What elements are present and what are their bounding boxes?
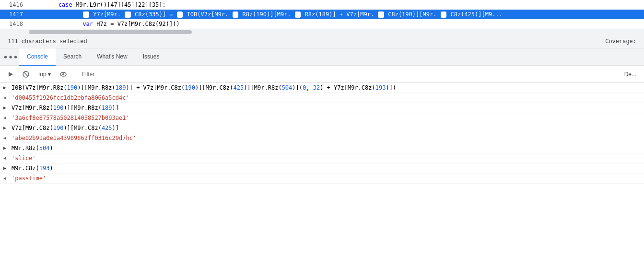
tab-whats-new[interactable]: What's New — [89, 48, 135, 66]
code-line-1418: 1418 var H7z = V7z[M9r.C8z(92)]() — [0, 19, 644, 29]
pill-r8z1: ▶ — [233, 12, 239, 18]
entry-arrow-5: ▶ — [0, 124, 10, 131]
code-editor: 1416 case M9r.L9r()[47][45][22][35]: 141… — [0, 0, 644, 29]
entry-arrow-6: ◀ — [0, 134, 10, 141]
tab-console-label: Console — [27, 53, 48, 60]
eye-icon — [59, 70, 67, 78]
code-line-1416: 1416 case M9r.L9r()[47][45][22][35]: — [0, 0, 644, 10]
tab-whats-new-label: What's New — [97, 53, 128, 60]
entry-arrow-10: ◀ — [0, 174, 10, 181]
line-number-1418: 1418 — [0, 21, 29, 27]
coverage-status: Coverage: — [605, 38, 636, 45]
keyword-var: var — [82, 21, 93, 27]
tabs-menu-button[interactable] — [4, 50, 17, 64]
pill-i0b: ▶ — [177, 12, 183, 18]
status-bar: 111 characters selected Coverage: — [0, 35, 644, 48]
svg-point-1 — [9, 56, 12, 58]
line-number-1417: 1417 — [0, 11, 29, 18]
console-entry-5: ▶ V7z[M9r.C8z(190)][M9r.C8z(425)] — [0, 123, 644, 133]
line-content-1417: ▶ Y7z[M9r. ▶ C8z(335)] = ▶ I0B(V7z[M9r. … — [29, 11, 644, 18]
svg-point-7 — [62, 73, 64, 75]
block-button[interactable] — [19, 68, 33, 81]
dropdown-arrow: ▾ — [48, 71, 51, 78]
pill-c8z: ▶ — [125, 12, 131, 18]
context-dropdown[interactable]: top ▾ — [35, 70, 55, 79]
entry-arrow-2: ◀ — [0, 94, 10, 101]
execute-button[interactable] — [4, 68, 17, 81]
cursor-indicator: ▶ — [83, 12, 89, 18]
code-text-var: H7z = V7z[M9r.C8z(92)]() — [96, 21, 179, 27]
entry-arrow-4: ◀ — [0, 114, 10, 121]
entry-content-6: 'abe02b91a0e1a43989862ff0316c29d7hc' — [10, 134, 644, 142]
entry-text-9: M9r.C8z(193) — [12, 165, 53, 172]
horizontal-scrollbar[interactable] — [0, 29, 644, 35]
entry-arrow-3: ▶ — [0, 104, 10, 111]
tab-console[interactable]: Console — [19, 48, 56, 66]
more-tabs-icon — [4, 50, 17, 64]
console-entry-2: ◀ 'd00455f1926fcc1db2ebfa8066a5cd4c' — [0, 93, 644, 103]
devtools-tabs-bar: Console Search What's New Issues — [0, 48, 644, 66]
entry-content-4: '3a6cf8e87578a502814058527b093ae1' — [10, 114, 644, 122]
entry-content-1[interactable]: I0B(V7z[M9r.R8z(190)][M9r.R8z(189)] + V7… — [10, 84, 644, 92]
pill-c8z2: ▶ — [378, 12, 384, 18]
entry-text-3: V7z[M9r.R8z(190)][M9r.R8z(189)] — [12, 105, 119, 111]
entry-text-5: V7z[M9r.C8z(190)][M9r.C8z(425)] — [12, 125, 119, 131]
context-label: top — [38, 71, 47, 78]
block-icon — [22, 70, 30, 78]
svg-point-2 — [14, 56, 17, 58]
eye-button[interactable] — [57, 68, 70, 81]
pill-c8z3: ▶ — [441, 12, 447, 18]
line-number-1416: 1416 — [0, 1, 29, 8]
code-text: M9r.L9r()[47][45][22][35]: — [76, 1, 166, 8]
entry-content-9[interactable]: M9r.C8z(193) — [10, 164, 644, 172]
console-entry-9: ▶ M9r.C8z(193) — [0, 163, 644, 174]
tab-issues[interactable]: Issues — [135, 48, 167, 66]
entry-content-10: 'passtime' — [10, 174, 644, 182]
entry-content-5[interactable]: V7z[M9r.C8z(190)][M9r.C8z(425)] — [10, 124, 644, 132]
tab-search-label: Search — [63, 53, 82, 60]
entry-arrow-7: ▶ — [0, 144, 10, 151]
entry-arrow-1: ▶ — [0, 84, 10, 91]
console-entry-3: ▶ V7z[M9r.R8z(190)][M9r.R8z(189)] — [0, 103, 644, 113]
entry-arrow-8: ◀ — [0, 154, 10, 161]
pill-r8z2: ▶ — [295, 12, 301, 18]
console-entry-1: ▶ I0B(V7z[M9r.R8z(190)][M9r.R8z(189)] + … — [0, 83, 644, 93]
code-line-1417: 1417 ▶ Y7z[M9r. ▶ C8z(335)] = ▶ I0B(V7z[… — [0, 10, 644, 19]
filter-input[interactable] — [78, 69, 622, 80]
result-string-2: 'd00455f1926fcc1db2ebfa8066a5cd4c' — [12, 94, 129, 101]
line-content-1416: case M9r.L9r()[47][45][22][35]: — [29, 1, 644, 8]
entry-content-7[interactable]: M9r.R8z(504) — [10, 144, 644, 152]
entry-content-2: 'd00455f1926fcc1db2ebfa8066a5cd4c' — [10, 94, 644, 102]
keyword-case: case — [59, 1, 72, 8]
result-string-6: 'abe02b91a0e1a43989862ff0316c29d7hc' — [12, 135, 136, 141]
selection-status: 111 characters selected — [8, 38, 87, 45]
line-content-1418: var H7z = V7z[M9r.C8z(92)]() — [29, 21, 644, 27]
console-toolbar: top ▾ De... — [0, 66, 644, 83]
entry-content-3[interactable]: V7z[M9r.R8z(190)][M9r.R8z(189)] — [10, 104, 644, 112]
console-entry-6: ◀ 'abe02b91a0e1a43989862ff0316c29d7hc' — [0, 133, 644, 143]
tab-search[interactable]: Search — [56, 48, 89, 66]
scrollbar-thumb[interactable] — [29, 30, 192, 34]
console-entry-8: ◀ 'slice' — [0, 153, 644, 163]
entry-text-1: I0B(V7z[M9r.R8z(190)][M9r.R8z(189)] + V7… — [12, 84, 396, 91]
console-entry-7: ▶ M9r.R8z(504) — [0, 143, 644, 153]
execute-icon — [7, 70, 14, 78]
svg-point-0 — [4, 56, 7, 58]
default-level-label: De... — [624, 71, 640, 78]
result-string-8: 'slice' — [12, 155, 36, 162]
console-output: ▶ I0B(V7z[M9r.R8z(190)][M9r.R8z(189)] + … — [0, 83, 644, 184]
tab-issues-label: Issues — [143, 53, 160, 60]
toolbar-divider — [74, 70, 74, 79]
entry-arrow-9: ▶ — [0, 164, 10, 171]
svg-marker-3 — [9, 72, 13, 77]
result-string-10: 'passtime' — [12, 175, 46, 182]
console-entry-4: ◀ '3a6cf8e87578a502814058527b093ae1' — [0, 113, 644, 123]
entry-content-8: 'slice' — [10, 154, 644, 162]
entry-text-7: M9r.R8z(504) — [12, 145, 53, 151]
result-string-4: '3a6cf8e87578a502814058527b093ae1' — [12, 115, 129, 121]
console-entry-10: ◀ 'passtime' — [0, 174, 644, 184]
svg-line-5 — [24, 72, 28, 76]
